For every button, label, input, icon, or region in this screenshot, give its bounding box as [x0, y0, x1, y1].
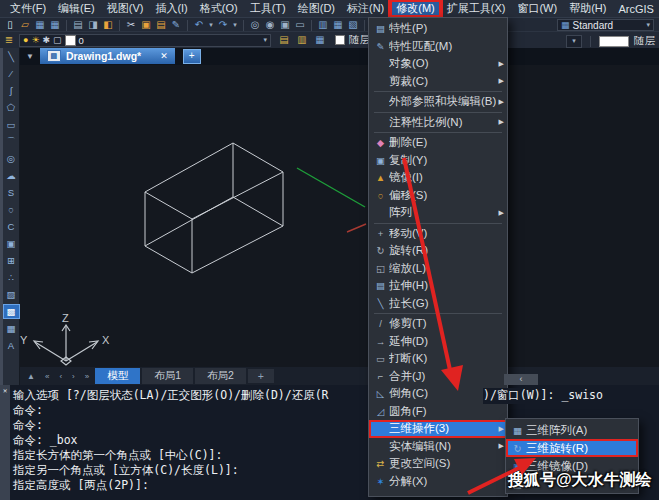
plot-icon[interactable]: ▤ [71, 19, 85, 31]
layer-isolate-icon[interactable]: ▦ [313, 34, 327, 46]
menubar-item-11[interactable]: 帮助(H) [563, 0, 612, 17]
layout-nav-4[interactable]: » [81, 372, 93, 381]
text-style-combo[interactable]: ▦ Standard ▾ [557, 19, 654, 31]
tool-palettes-icon[interactable]: ▧ [346, 19, 360, 31]
modify-menu-item-21[interactable]: ◿圆角(F) [369, 403, 507, 421]
save-all-icon[interactable]: ▦ [48, 19, 62, 31]
menubar-item-10[interactable]: 窗口(W) [511, 0, 563, 17]
pan-icon[interactable]: ◎ [248, 19, 262, 31]
menubar-item-5[interactable]: 工具(T) [244, 0, 292, 17]
layer-states-icon[interactable]: ▤ [277, 34, 291, 46]
menubar-item-8[interactable]: 修改(M) [390, 0, 441, 17]
polygon-icon[interactable]: ⬠ [4, 101, 19, 114]
layer-prev-icon[interactable]: ▥ [295, 34, 309, 46]
chevron-down-icon[interactable]: ▾ [646, 21, 650, 29]
modify-menu-item-13[interactable]: ◱缩放(L) [369, 260, 507, 278]
modify-menu-item-5[interactable]: 注释性比例(N)▶ [369, 114, 507, 132]
table-icon[interactable]: ▦ [4, 322, 19, 335]
command-window-grip[interactable]: ✕ [0, 385, 10, 500]
new-drawing-button[interactable]: + [183, 49, 201, 64]
save-icon[interactable]: ▦ [33, 19, 47, 31]
modify-menu-item-23[interactable]: 实体编辑(N)▶ [369, 438, 507, 456]
copy-clip-icon[interactable]: ▣ [139, 19, 153, 31]
arc-icon[interactable]: ⌒ [4, 135, 19, 148]
mtext-icon[interactable]: A [4, 339, 19, 352]
properties-palette-icon[interactable]: ▥ [316, 19, 330, 31]
construction-line-icon[interactable]: ⁄ [4, 67, 19, 80]
modify-menu-item-2[interactable]: 对象(O)▶ [369, 55, 507, 73]
tab-drawing1[interactable]: ▤ Drawing1.dwg* ✕ [40, 48, 175, 64]
insert-block-icon[interactable]: ▣ [4, 237, 19, 250]
tab-menu-dropdown-icon[interactable]: ▼ [20, 52, 40, 61]
zoom-window-icon[interactable]: ▣ [278, 19, 292, 31]
zoom-previous-icon[interactable]: ▭ [293, 19, 307, 31]
modify-menu-item-14[interactable]: ▤拉伸(H) [369, 277, 507, 295]
modify-menu-item-4[interactable]: 外部参照和块编辑(B)▶ [369, 93, 507, 111]
new-icon[interactable]: ▯ [3, 19, 17, 31]
ellipse-arc-icon[interactable]: C [4, 220, 19, 233]
layout-tab-模型[interactable]: 模型 [95, 368, 140, 384]
modify-menu-item-8[interactable]: ▲镜像(I) [369, 169, 507, 187]
open-icon[interactable]: ▱ [18, 19, 32, 31]
polyline-icon[interactable]: ʃ [4, 84, 19, 97]
undo-icon[interactable]: ↶ [192, 19, 206, 31]
match-properties-icon[interactable]: ✎ [169, 19, 183, 31]
modify-menu-item-25[interactable]: ✶分解(X) [369, 473, 507, 491]
spline-icon[interactable]: S [4, 186, 19, 199]
layout-nav-3[interactable]: › [68, 372, 79, 381]
menubar-item-7[interactable]: 标注(N) [341, 0, 390, 17]
hatch-icon[interactable]: ▨ [4, 288, 19, 301]
modify-menu-item-6[interactable]: ◆删除(E) [369, 134, 507, 152]
menubar-item-3[interactable]: 插入(I) [149, 0, 193, 17]
modify-menu-item-22[interactable]: 三维操作(3)▶ [369, 420, 507, 438]
modify-menu-item-1[interactable]: ✎特性匹配(M) [369, 38, 507, 56]
modify-menu-item-19[interactable]: ⌐合并(J) [369, 368, 507, 386]
gradient-icon[interactable]: ▩ [4, 305, 19, 318]
modify-menu-item-24[interactable]: ⇄更改空间(S) [369, 455, 507, 473]
menubar-item-9[interactable]: 扩展工具(X) [441, 0, 512, 17]
submenu-3d-item-1[interactable]: ↻三维旋转(R) [506, 439, 638, 457]
layout-nav-0[interactable]: ▲ [23, 372, 39, 381]
modify-menu-item-15[interactable]: ╲拉长(G) [369, 295, 507, 313]
layout-nav-2[interactable]: ‹ [55, 372, 66, 381]
close-icon[interactable]: ✕ [3, 387, 7, 395]
rectangle-icon[interactable]: ▭ [4, 118, 19, 131]
menubar-item-1[interactable]: 编辑(E) [52, 0, 101, 17]
point-icon[interactable]: ∴ [4, 271, 19, 284]
drawing-canvas[interactable] [20, 65, 659, 367]
layout-tab-布局2[interactable]: 布局2 [195, 368, 246, 384]
menubar-item-12[interactable]: ArcGIS [612, 0, 659, 17]
cut-icon[interactable]: ✂ [124, 19, 138, 31]
make-block-icon[interactable]: ⊞ [4, 254, 19, 267]
modify-menu-item-11[interactable]: +移动(V) [369, 225, 507, 243]
menubar-item-2[interactable]: 视图(V) [101, 0, 150, 17]
modify-menu-item-12[interactable]: ↻旋转(R) [369, 242, 507, 260]
redo-icon[interactable]: ↷ [216, 19, 230, 31]
submenu-3d-item-0[interactable]: ▦三维阵列(A) [506, 421, 638, 439]
modify-menu-item-3[interactable]: 剪裁(C)▶ [369, 73, 507, 91]
modify-menu-item-18[interactable]: ▭打断(K) [369, 350, 507, 368]
revcloud-icon[interactable]: ☁ [4, 169, 19, 182]
modify-menu-item-10[interactable]: 阵列▶ [369, 204, 507, 222]
chevron-down-icon[interactable]: ▾ [263, 36, 267, 44]
modify-menu-item-16[interactable]: /修剪(T) [369, 315, 507, 333]
menubar-item-4[interactable]: 格式(O) [194, 0, 244, 17]
layer-properties-icon[interactable]: ≣ [2, 34, 16, 46]
command-scroll-notch[interactable]: ‹ [504, 374, 538, 385]
modify-menu-item-17[interactable]: →延伸(D) [369, 333, 507, 351]
menubar-item-0[interactable]: 文件(F) [4, 0, 52, 17]
modify-menu-item-9[interactable]: ○偏移(S) [369, 187, 507, 205]
modify-menu-item-0[interactable]: ▤特性(P) [369, 20, 507, 38]
linetype-combo-dropdown[interactable]: ▾ [566, 35, 582, 48]
line-icon[interactable]: ╲ [4, 50, 19, 63]
ellipse-icon[interactable]: ○ [4, 203, 19, 216]
plot-preview-icon[interactable]: ◨ [86, 19, 100, 31]
redo-dropdown-icon[interactable]: ▾ [231, 21, 239, 29]
modify-menu-item-7[interactable]: ▣复制(Y) [369, 152, 507, 170]
close-icon[interactable]: ✕ [160, 51, 168, 61]
paste-icon[interactable]: ▤ [154, 19, 168, 31]
zoom-realtime-icon[interactable]: ◉ [263, 19, 277, 31]
layer-combo[interactable]: ●☀✱▢ 0 ▾ [19, 34, 271, 47]
menubar-item-6[interactable]: 绘图(D) [292, 0, 341, 17]
color-combo[interactable]: 随层 [335, 33, 370, 47]
